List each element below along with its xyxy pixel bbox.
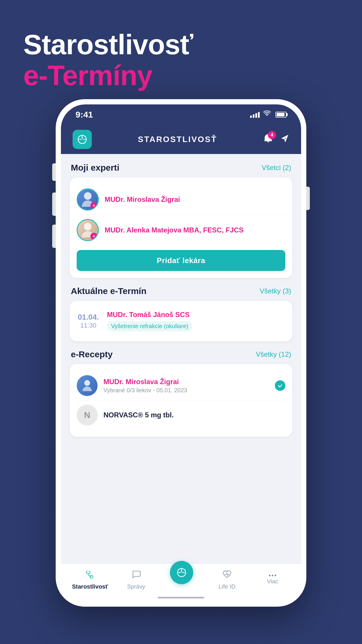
svg-point-0 xyxy=(90,575,93,578)
nav-label-spravy: Správy xyxy=(127,583,145,590)
expert-avatar-2: + xyxy=(77,219,99,241)
expert-name-1: MUDr. Miroslava Žigrai xyxy=(105,195,180,204)
recepty-doctor-info: MUDr. Miroslava Žigrai Vybrané 0/3 lieko… xyxy=(103,378,269,394)
wifi-icon xyxy=(263,111,271,119)
phone-mockup: 9:41 xyxy=(56,99,306,607)
recepty-link[interactable]: Všetky (12) xyxy=(256,350,291,358)
signal-icon xyxy=(250,111,260,118)
check-icon xyxy=(275,380,285,391)
nav-label-viac: Viac xyxy=(267,578,278,585)
more-icon xyxy=(269,575,276,576)
expert-item[interactable]: + MUDr. Miroslava Žigrai xyxy=(77,184,285,215)
etermin-card: 01.04. 11:30 MUDr. Tomáš Jánoš SCS Vyšet… xyxy=(70,301,292,341)
home-indicator xyxy=(158,597,204,598)
nav-item-spravy[interactable]: Správy xyxy=(119,569,154,590)
bottom-nav: Starostlivosť Správy xyxy=(61,564,301,601)
recepty-title: e-Recepty xyxy=(71,349,113,359)
recepty-doctor-name: MUDr. Miroslava Žigrai xyxy=(103,378,269,386)
app-logo xyxy=(73,130,92,149)
phone-outer: 9:41 xyxy=(56,99,306,607)
termin-doctor: MUDr. Tomáš Jánoš SCS xyxy=(107,311,285,319)
recepty-sub: Vybrané 0/3 liekov - 05.01. 2023 xyxy=(103,387,269,394)
experts-section: Moji experti Všetci (2) xyxy=(70,163,292,278)
expert-item[interactable]: + MUDr. Alenka Matejova MBA, FESC, FJCS xyxy=(77,215,285,245)
recepty-avatar-2: N xyxy=(77,405,98,426)
volume-down-button xyxy=(52,225,56,248)
recepty-section-header: e-Recepty Všetky (12) xyxy=(70,349,292,359)
center-button[interactable] xyxy=(170,561,193,584)
etermin-section-header: Aktuálne e-Termín Všetky (3) xyxy=(70,286,292,296)
nav-label-lifeid: Life ID xyxy=(219,583,236,590)
recepty-section: e-Recepty Všetky (12) xyxy=(70,349,292,437)
header-title-white: Starostlivosť xyxy=(23,29,193,60)
termin-time: 11:30 xyxy=(77,322,100,329)
experts-card: + MUDr. Miroslava Žigrai xyxy=(70,177,292,278)
recepty-card: MUDr. Miroslava Žigrai Vybrané 0/3 lieko… xyxy=(70,364,292,437)
notification-button[interactable]: 4 xyxy=(263,133,273,146)
avatar-plus-icon: + xyxy=(90,233,97,240)
app-title: STAROSTLIVOSŤ xyxy=(138,135,217,144)
silent-switch xyxy=(52,163,56,181)
termin-date: 01.04. 11:30 xyxy=(77,313,100,329)
experts-section-header: Moji experti Všetci (2) xyxy=(70,163,292,173)
expert-name-2: MUDr. Alenka Matejova MBA, FESC, FJCS xyxy=(105,225,244,235)
send-button[interactable] xyxy=(280,134,289,145)
nav-item-viac[interactable]: Viac xyxy=(255,575,290,585)
termin-info: MUDr. Tomáš Jánoš SCS Vyšetrenie refrakc… xyxy=(107,311,285,331)
power-button xyxy=(306,187,310,210)
status-icons xyxy=(250,111,287,119)
experts-title: Moji experti xyxy=(71,163,120,173)
app-header: STAROSTLIVOSŤ 4 xyxy=(61,125,301,154)
header-section: Starostlivosť e-Termíny xyxy=(23,29,193,91)
nav-item-lifeid[interactable]: Life ID xyxy=(210,569,245,590)
scroll-content: Moji experti Všetci (2) xyxy=(61,154,301,564)
notification-badge: 4 xyxy=(268,131,276,139)
status-time: 9:41 xyxy=(75,110,93,120)
header-title-pink: e-Termíny xyxy=(23,60,193,91)
stethoscope-icon xyxy=(85,569,95,582)
battery-icon xyxy=(275,112,287,118)
volume-up-button xyxy=(52,192,56,216)
phone-screen: 9:41 xyxy=(61,104,301,601)
heart-icon xyxy=(222,569,232,582)
notch xyxy=(152,104,210,114)
recepty-medicine-name: NORVASC® 5 mg tbl. xyxy=(103,411,285,419)
experts-link[interactable]: Všetci (2) xyxy=(262,164,291,172)
etermin-title: Aktuálne e-Termín xyxy=(71,286,147,296)
header-actions: 4 xyxy=(263,133,289,146)
add-doctor-button[interactable]: Pridať lekára xyxy=(77,250,285,271)
nav-label-starostlivost: Starostlivosť xyxy=(72,583,108,590)
termin-item[interactable]: 01.04. 11:30 MUDr. Tomáš Jánoš SCS Vyšet… xyxy=(77,308,285,334)
chat-icon xyxy=(131,569,141,582)
nav-item-center[interactable]: center xyxy=(164,567,199,593)
avatar-plus-icon: + xyxy=(90,202,97,209)
termin-tag: Vyšetrenie refrakcie (okuliare) xyxy=(107,321,192,331)
nav-item-starostlivost[interactable]: Starostlivosť xyxy=(72,569,108,590)
recepty-item[interactable]: N NORVASC® 5 mg tbl. xyxy=(77,400,285,430)
recepty-medicine-info: NORVASC® 5 mg tbl. xyxy=(103,411,285,419)
etermin-section: Aktuálne e-Termín Všetky (3) 01.04. 11:3… xyxy=(70,286,292,341)
recepty-avatar-1 xyxy=(77,375,98,396)
expert-avatar-1: + xyxy=(77,188,99,211)
termin-day: 01.04. xyxy=(77,313,100,322)
recepty-item[interactable]: MUDr. Miroslava Žigrai Vybrané 0/3 lieko… xyxy=(77,371,285,400)
etermin-link[interactable]: Všetky (3) xyxy=(260,287,291,295)
